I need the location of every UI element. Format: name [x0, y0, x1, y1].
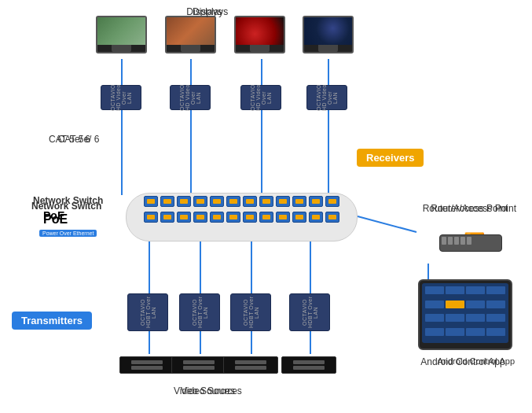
- transmitter-4: OCTAVIO HDBT Over LAN: [289, 293, 330, 331]
- switch-port: [144, 196, 158, 207]
- switch-port: [292, 212, 306, 223]
- switch-port: [193, 212, 207, 223]
- switch-port: [243, 212, 257, 223]
- transmitter-1: OCTAVIO HDBT Over LAN: [127, 293, 168, 331]
- switch-port: [309, 212, 323, 223]
- diagram-container: Displays Receivers OCTAVIO HD Video Over…: [0, 0, 532, 413]
- vs-port: [131, 360, 163, 364]
- switch-port: [210, 212, 224, 223]
- video-source-3: [223, 356, 278, 374]
- poe-badge: Power Over Ethernet: [39, 230, 97, 237]
- cat-cable-text: CAT 5e/ 6: [49, 134, 90, 145]
- switch-port: [210, 196, 224, 207]
- vs-port: [235, 360, 267, 364]
- tablet-cell: [466, 286, 485, 294]
- switch-port: [226, 212, 240, 223]
- receiver-4: OCTAVIO HD Video Over LAN: [306, 85, 347, 110]
- receiver-4-label: OCTAVIO HD Video Over LAN: [316, 84, 338, 111]
- video-source-2: [171, 356, 226, 374]
- tablet-cell: [466, 328, 485, 336]
- vs-port: [293, 366, 325, 370]
- tablet-cell: [486, 286, 505, 294]
- tablet-cell: [425, 328, 444, 336]
- tablet-cell: [425, 301, 444, 308]
- video-sources-text: Video Sources: [181, 385, 242, 396]
- video-source-1: [119, 356, 174, 374]
- transmitter-3: OCTAVIO HDBT Over LAN: [230, 293, 271, 331]
- switch-port-row-2: [127, 209, 357, 225]
- transmitter-4-label: OCTAVIO HDBT Over LAN: [302, 294, 318, 330]
- switch-port-row-1: [127, 194, 357, 209]
- vs-port: [131, 366, 163, 370]
- tablet-cell: [486, 314, 505, 322]
- tablet-cell: [446, 286, 464, 294]
- video-source-4: [281, 356, 336, 374]
- switch-port: [259, 212, 273, 223]
- network-switch-text: Network Switch: [33, 195, 103, 206]
- monitor-4: [303, 16, 354, 53]
- switch-port: [144, 212, 158, 223]
- switch-port: [276, 196, 290, 207]
- transmitter-2: OCTAVIO HDBT Over LAN: [179, 293, 220, 331]
- switch-port: [243, 196, 257, 207]
- receiver-1-label: OCTAVIO HD Video Over LAN: [110, 84, 132, 111]
- tablet-cell: [425, 286, 444, 294]
- switch-port: [193, 196, 207, 207]
- tablet-cell: [486, 301, 505, 308]
- transmitter-1-label: OCTAVIO HDBT Over LAN: [140, 294, 156, 330]
- tablet-cell: [446, 328, 464, 336]
- poe-text: PoE: [43, 209, 64, 222]
- transmitter-2-label: OCTAVIO HDBT Over LAN: [192, 294, 208, 330]
- monitor-1: [96, 16, 147, 53]
- switch-port: [160, 212, 174, 223]
- tablet-screen: [422, 283, 508, 343]
- receiver-2-label: OCTAVIO HD Video Over LAN: [179, 84, 201, 111]
- receiver-1: OCTAVIO HD Video Over LAN: [101, 85, 141, 110]
- transmitter-3-label: OCTAVIO HDBT Over LAN: [243, 294, 259, 330]
- switch-port: [226, 196, 240, 207]
- router-port: [454, 237, 459, 245]
- vs-port: [183, 360, 215, 364]
- tablet-cell: [425, 314, 444, 322]
- vs-port: [293, 360, 325, 364]
- switch-port: [276, 212, 290, 223]
- switch-port: [177, 196, 191, 207]
- android-app-text: Android Control App: [438, 356, 515, 366]
- transmitters-badge: Transmitters: [12, 312, 92, 330]
- android-tablet: [418, 279, 512, 350]
- router-port: [460, 237, 465, 245]
- switch-port: [177, 212, 191, 223]
- tablet-cell: [446, 314, 464, 322]
- receiver-3: OCTAVIO HD Video Over LAN: [240, 85, 281, 110]
- receiver-3-label: OCTAVIO HD Video Over LAN: [250, 84, 272, 111]
- router-text: Router/Access Point: [431, 203, 516, 214]
- router-port-row: [440, 235, 501, 246]
- tablet-cell: [466, 314, 485, 322]
- network-switch: [126, 193, 358, 242]
- switch-port: [325, 212, 339, 223]
- monitor-2: [165, 16, 216, 53]
- router-port: [442, 237, 446, 245]
- vs-port: [235, 366, 267, 370]
- switch-port: [325, 196, 339, 207]
- router-port: [448, 237, 453, 245]
- monitor-3: [234, 16, 285, 53]
- tablet-cell: [466, 301, 485, 308]
- displays-text: Displays: [193, 6, 228, 17]
- receiver-2: OCTAVIO HD Video Over LAN: [170, 85, 211, 110]
- switch-port: [309, 196, 323, 207]
- vs-port: [183, 366, 215, 370]
- switch-port: [259, 196, 273, 207]
- svg-line-16: [358, 216, 416, 232]
- tablet-cell-active: [446, 301, 464, 308]
- receivers-badge: Receivers: [357, 149, 424, 167]
- switch-port: [292, 196, 306, 207]
- router-device: [439, 234, 502, 252]
- tablet-cell: [486, 328, 505, 336]
- switch-port: [160, 196, 174, 207]
- router-port: [467, 237, 471, 245]
